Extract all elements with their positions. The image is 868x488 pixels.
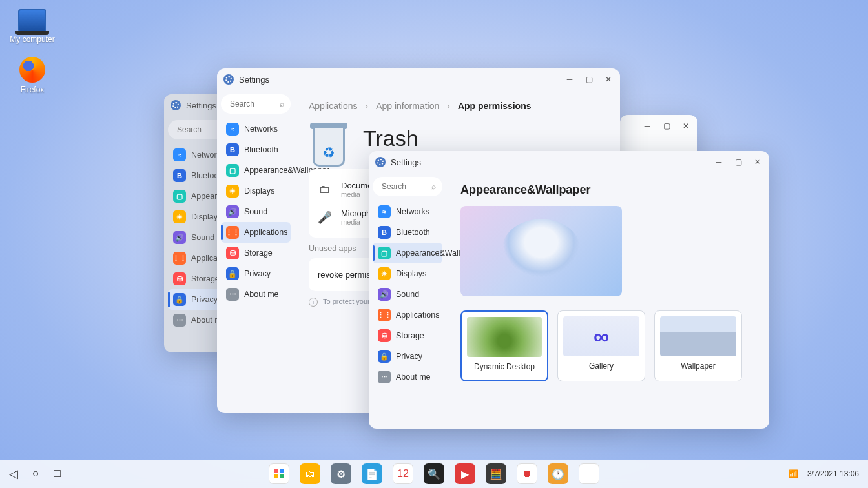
settings-window-appearance[interactable]: Settings ─ ▢ ✕ ⌕ ≈NetworksBBluetooth▢App… bbox=[369, 151, 769, 429]
desktop-icon-label: My computer bbox=[6, 35, 58, 44]
computer-icon bbox=[18, 9, 46, 32]
sidebar-item-networks[interactable]: ≈Networks bbox=[373, 201, 442, 222]
nav-icon: ⛁ bbox=[226, 247, 239, 259]
sidebar-item-sound[interactable]: 🔊Sound bbox=[221, 201, 291, 222]
calculator-icon[interactable]: 🧮 bbox=[486, 463, 506, 484]
launcher-icon[interactable] bbox=[269, 463, 289, 484]
maximize-button[interactable]: ▢ bbox=[733, 157, 743, 167]
sidebar-item-bluetooth[interactable]: BBluetooth bbox=[221, 139, 291, 160]
wallpaper-tiles: Dynamic Desktop Gallery Wallpaper bbox=[460, 310, 755, 381]
tile-dynamic-desktop[interactable]: Dynamic Desktop bbox=[460, 310, 548, 381]
sidebar-item-applications[interactable]: ⋮⋮Applications bbox=[373, 305, 442, 325]
sidebar-item-appearance-wallpaper[interactable]: ▢Appearance&Wallpaper bbox=[221, 160, 291, 181]
sidebar-item-displays[interactable]: ☀Displays bbox=[221, 181, 291, 201]
tile-label: Gallery bbox=[563, 361, 639, 374]
sidebar: ⌕ ≈NetworksBBluetooth▢Appearance&Wallpap… bbox=[217, 90, 294, 413]
sidebar-item-appearance-wallpaper[interactable]: ▢Appearance&Wallpaper bbox=[373, 243, 442, 263]
nav-icon: 🔊 bbox=[226, 205, 239, 218]
back-button[interactable]: ◁ bbox=[9, 467, 18, 481]
search-icon: ⌕ bbox=[280, 99, 284, 108]
sidebar-item-privacy[interactable]: 🔒Privacy bbox=[221, 263, 291, 284]
sidebar-item-privacy[interactable]: 🔒Privacy bbox=[373, 346, 442, 367]
recorder-icon[interactable]: ⏺ bbox=[517, 463, 537, 484]
desktop-icon-computer[interactable]: My computer bbox=[6, 9, 58, 44]
sidebar-item-storage[interactable]: ⛁Storage bbox=[373, 325, 442, 346]
close-button[interactable]: ✕ bbox=[681, 121, 691, 131]
maximize-button[interactable]: ▢ bbox=[584, 74, 594, 85]
sidebar-item-sound[interactable]: 🔊Sound bbox=[373, 284, 442, 305]
titlebar[interactable]: ─ ▢ ✕ bbox=[620, 115, 698, 137]
firefox-icon bbox=[19, 57, 45, 83]
sidebar-item-networks[interactable]: ≈Networks bbox=[221, 119, 291, 139]
page-title: Trash bbox=[363, 126, 418, 151]
sidebar-item-label: About me bbox=[244, 290, 279, 299]
nav-icon: B bbox=[226, 143, 239, 156]
clock-text[interactable]: 3/7/2021 13:06 bbox=[807, 469, 859, 478]
tile-label: Dynamic Desktop bbox=[467, 362, 542, 375]
crumb-app-info[interactable]: App information bbox=[376, 101, 439, 111]
close-button[interactable]: ✕ bbox=[603, 74, 614, 85]
sidebar-item-label: Displays bbox=[244, 187, 274, 196]
chevron-right-icon: › bbox=[366, 101, 369, 111]
sidebar-item-about-me[interactable]: ⋯About me bbox=[373, 367, 442, 387]
taskbar-apps: 🗂 ⚙ 📄 12 🔍 ▶ 🧮 ⏺ 🕐 ✦ bbox=[269, 463, 599, 484]
breadcrumb: Applications › App information › App per… bbox=[309, 101, 606, 111]
video-icon[interactable]: ▶ bbox=[455, 463, 475, 484]
calendar-icon[interactable]: 12 bbox=[393, 463, 413, 484]
window-controls: ─ ▢ ✕ bbox=[564, 74, 614, 85]
minimize-button[interactable]: ─ bbox=[714, 157, 724, 167]
chevron-right-icon: › bbox=[447, 101, 450, 111]
home-button[interactable]: ○ bbox=[32, 467, 39, 481]
system-tray: 📶 3/7/2021 13:06 bbox=[789, 469, 859, 478]
sidebar-item-applications[interactable]: ⋮⋮Applications bbox=[221, 222, 291, 243]
wallpaper-preview[interactable] bbox=[460, 206, 622, 296]
photos-icon[interactable]: ✦ bbox=[579, 463, 599, 484]
close-button[interactable]: ✕ bbox=[752, 157, 763, 167]
window-controls: ─ ▢ ✕ bbox=[642, 121, 691, 131]
search-app-icon[interactable]: 🔍 bbox=[424, 463, 444, 484]
maximize-button[interactable]: ▢ bbox=[661, 121, 672, 131]
minimize-button[interactable]: ─ bbox=[642, 121, 652, 131]
tile-thumb bbox=[467, 317, 542, 357]
window-title: Settings bbox=[186, 101, 216, 110]
settings-icon[interactable]: ⚙ bbox=[331, 463, 351, 484]
tile-wallpaper[interactable]: Wallpaper bbox=[654, 310, 742, 381]
desktop-icon-firefox[interactable]: Firefox bbox=[6, 57, 58, 94]
page-title: Appearance&Wallpaper bbox=[460, 183, 755, 197]
sidebar-item-label: Privacy bbox=[244, 269, 271, 278]
crumb-applications[interactable]: Applications bbox=[309, 101, 358, 111]
info-icon: i bbox=[309, 298, 318, 307]
sidebar-item-label: Sound bbox=[244, 207, 267, 216]
nav-icon: ☀ bbox=[173, 210, 186, 223]
recent-button[interactable]: □ bbox=[54, 467, 61, 481]
sidebar-item-label: Bluetooth bbox=[244, 145, 278, 154]
nav-icon: 🔒 bbox=[378, 350, 391, 363]
sidebar-item-displays[interactable]: ☀Displays bbox=[373, 263, 442, 284]
sidebar-item-about-me[interactable]: ⋯About me bbox=[221, 284, 291, 305]
sidebar-item-label: Storage bbox=[244, 249, 273, 258]
nav-icon: B bbox=[378, 226, 391, 239]
window-controls: ─ ▢ ✕ bbox=[714, 157, 763, 167]
titlebar[interactable]: Settings ─ ▢ ✕ bbox=[369, 151, 769, 173]
minimize-button[interactable]: ─ bbox=[564, 74, 575, 85]
gear-icon bbox=[223, 74, 234, 85]
titlebar[interactable]: Settings ─ ▢ ✕ bbox=[217, 68, 620, 90]
clock-icon[interactable]: 🕐 bbox=[548, 463, 568, 484]
sidebar-item-storage[interactable]: ⛁Storage bbox=[221, 243, 291, 263]
wifi-icon[interactable]: 📶 bbox=[789, 469, 798, 478]
tile-thumb bbox=[563, 316, 639, 356]
desktop-icon-label: Firefox bbox=[6, 85, 58, 94]
nav-icon: ⋯ bbox=[378, 371, 391, 383]
content-pane: Appearance&Wallpaper Dynamic Desktop Gal… bbox=[446, 173, 769, 429]
files-icon[interactable]: 🗂 bbox=[300, 463, 320, 484]
sidebar-item-label: Bluetooth bbox=[396, 228, 430, 237]
sidebar-item-label: Privacy bbox=[396, 352, 422, 361]
wps-icon[interactable]: 📄 bbox=[362, 463, 382, 484]
tile-thumb bbox=[660, 316, 736, 356]
search-icon: ⌕ bbox=[431, 182, 436, 191]
tile-gallery[interactable]: Gallery bbox=[557, 310, 645, 381]
nav-icon: ▢ bbox=[173, 190, 186, 203]
nav-icon: ▢ bbox=[226, 164, 239, 177]
sidebar-item-bluetooth[interactable]: BBluetooth bbox=[373, 222, 442, 243]
sidebar-item-label: Networks bbox=[396, 207, 429, 216]
